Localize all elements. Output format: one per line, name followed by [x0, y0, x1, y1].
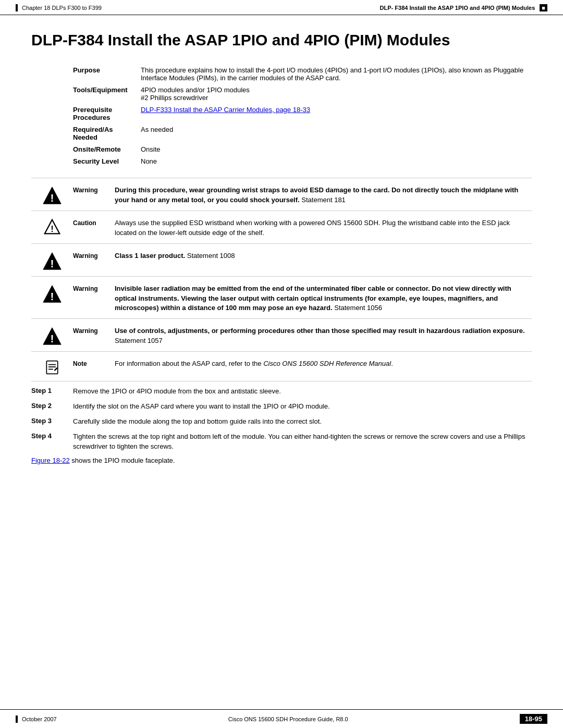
header-title: DLP- F384 Install the ASAP 1PIO and 4PIO…: [380, 5, 535, 11]
warning-text-3: Invisible laser radiation may be emitted…: [115, 284, 532, 314]
label-purpose: Purpose: [31, 64, 136, 84]
svg-text:!: !: [51, 290, 54, 302]
footer: October 2007 Cisco ONS 15600 SDH Procedu…: [0, 709, 563, 728]
step-label-2: Step 2: [31, 402, 73, 410]
header-chapter: Chapter 18 DLPs F300 to F399: [22, 5, 102, 11]
svg-text:!: !: [51, 333, 54, 345]
value-required: As needed: [136, 124, 532, 143]
warning-triangle-icon-4: !: [42, 326, 62, 346]
warning-label-3: Warning: [73, 284, 115, 292]
caution-icon-col: !: [31, 218, 73, 235]
content-area: DLP-F384 Install the ASAP 1PIO and 4PIO …: [0, 15, 563, 496]
warning-triangle-icon-2: !: [42, 251, 62, 271]
info-table: Purpose This procedure explains how to i…: [31, 64, 532, 167]
step-label-3: Step 3: [31, 417, 73, 425]
label-onsite: Onsite/Remote: [31, 143, 136, 155]
step-label-4: Step 4: [31, 432, 73, 440]
svg-marker-14: [54, 367, 58, 371]
value-purpose: This procedure explains how to install t…: [136, 64, 532, 84]
warning-triangle-icon-3: !: [42, 284, 62, 304]
caution-triangle-icon: !: [44, 218, 60, 235]
header-left: Chapter 18 DLPs F300 to F399: [16, 4, 102, 11]
warning-text-4: Use of controls, adjustments, or perform…: [115, 326, 532, 346]
warning-label-4: Warning: [73, 326, 115, 335]
value-onsite: Onsite: [136, 143, 532, 155]
warning-icon-col-2: !: [31, 251, 73, 271]
footer-right-text: Cisco ONS 15600 SDH Procedure Guide, R8.…: [228, 716, 348, 722]
info-row-purpose: Purpose This procedure explains how to i…: [31, 64, 532, 84]
step-row-2: Step 2 Identify the slot on the ASAP car…: [31, 402, 532, 412]
step-row-1: Step 1 Remove the 1PIO or 4PIO module fr…: [31, 387, 532, 397]
prereq-link[interactable]: DLP-F333 Install the ASAP Carrier Module…: [141, 106, 310, 114]
header-bar: [16, 4, 18, 11]
value-tools: 4PIO modules and/or 1PIO modules#2 Phill…: [136, 84, 532, 104]
note-text: For information about the ASAP card, ref…: [115, 359, 532, 369]
warning-icon-col-1: !: [31, 186, 73, 205]
step-text-2: Identify the slot on the ASAP card where…: [73, 402, 532, 412]
value-security: None: [136, 155, 532, 167]
note-icon-col: [31, 359, 73, 376]
notice-note: Note For information about the ASAP card…: [31, 351, 532, 381]
step-text-4: Tighten the screws at the top right and …: [73, 432, 532, 452]
figure-ref: Figure 18-22 shows the 1PIO module facep…: [31, 456, 532, 464]
warning-triangle-icon-1: !: [42, 186, 62, 205]
info-row-tools: Tools/Equipment 4PIO modules and/or 1PIO…: [31, 84, 532, 104]
warning-label-2: Warning: [73, 251, 115, 260]
figure-link[interactable]: Figure 18-22: [31, 456, 70, 464]
step-row-4: Step 4 Tighten the screws at the top rig…: [31, 432, 532, 452]
page: Chapter 18 DLPs F300 to F399 DLP- F384 I…: [0, 0, 563, 728]
info-row-security: Security Level None: [31, 155, 532, 167]
info-row-prereq: Prerequisite Procedures DLP-F333 Install…: [31, 104, 532, 124]
step-text-3: Carefully slide the module along the top…: [73, 417, 532, 427]
warning-icon-col-3: !: [31, 284, 73, 304]
header-right: DLP- F384 Install the ASAP 1PIO and 4PIO…: [380, 4, 547, 11]
header-black-box: ■: [540, 4, 547, 11]
step-label-1: Step 1: [31, 387, 73, 394]
label-prereq: Prerequisite Procedures: [31, 104, 136, 124]
label-required: Required/As Needed: [31, 124, 136, 143]
svg-text:!: !: [51, 192, 54, 204]
step-text-1: Remove the 1PIO or 4PIO module from the …: [73, 387, 532, 397]
steps-section: Step 1 Remove the 1PIO or 4PIO module fr…: [31, 381, 532, 451]
top-header: Chapter 18 DLPs F300 to F399 DLP- F384 I…: [0, 0, 563, 15]
footer-date: October 2007: [22, 716, 57, 722]
warning-text-1: During this procedure, wear grounding wr…: [115, 186, 532, 205]
note-pencil-icon: [44, 359, 60, 376]
warning-icon-col-4: !: [31, 326, 73, 346]
svg-text:!: !: [51, 257, 54, 269]
page-number: 18-95: [520, 714, 547, 724]
step-row-3: Step 3 Carefully slide the module along …: [31, 417, 532, 427]
notice-warning-3: ! Warning Invisible laser radiation may …: [31, 276, 532, 319]
warning-text-2: Class 1 laser product. Statement 1008: [115, 251, 532, 261]
caution-text: Always use the supplied ESD wristband wh…: [115, 218, 532, 238]
label-security: Security Level: [31, 155, 136, 167]
page-title: DLP-F384 Install the ASAP 1PIO and 4PIO …: [31, 31, 532, 50]
info-row-onsite: Onsite/Remote Onsite: [31, 143, 532, 155]
footer-left: October 2007: [16, 715, 57, 723]
label-tools: Tools/Equipment: [31, 84, 136, 104]
figure-ref-text: shows the 1PIO module faceplate.: [70, 456, 175, 464]
warning-label-1: Warning: [73, 186, 115, 194]
notice-warning-4: ! Warning Use of controls, adjustments, …: [31, 318, 532, 351]
svg-text:!: !: [51, 224, 54, 234]
notice-warning-1: ! Warning During this procedure, wear gr…: [31, 178, 532, 211]
notice-warning-2: ! Warning Class 1 laser product. Stateme…: [31, 243, 532, 276]
caution-label: Caution: [73, 218, 115, 227]
note-label: Note: [73, 359, 115, 367]
notice-caution: ! Caution Always use the supplied ESD wr…: [31, 211, 532, 243]
value-prereq[interactable]: DLP-F333 Install the ASAP Carrier Module…: [136, 104, 532, 124]
footer-bar: [16, 715, 18, 723]
info-row-required: Required/As Needed As needed: [31, 124, 532, 143]
